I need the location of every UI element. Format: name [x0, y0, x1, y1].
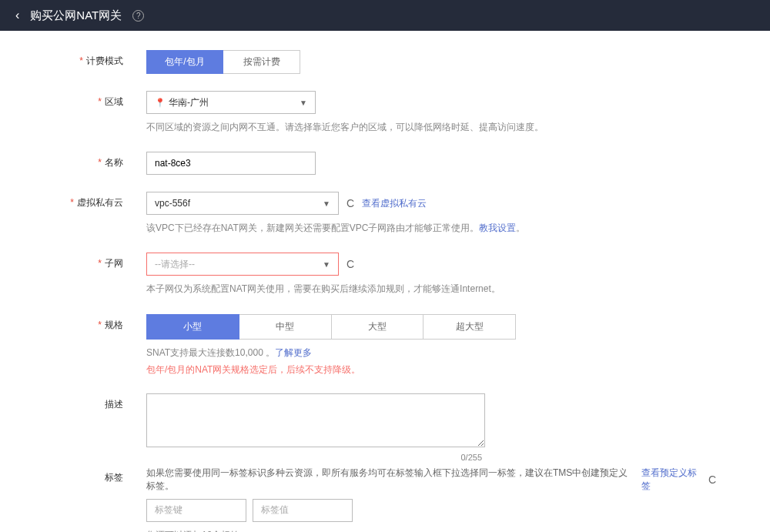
back-icon[interactable]: ‹	[15, 8, 19, 22]
region-hint: 不同区域的资源之间内网不互通。请选择靠近您客户的区域，可以降低网络时延、提高访问…	[146, 120, 716, 135]
subnet-label: *子网	[0, 253, 146, 296]
tag-value-input[interactable]: 标签值	[253, 499, 353, 522]
tags-remaining: 您还可以添加10个标签。	[146, 528, 716, 532]
spec-large[interactable]: 大型	[332, 314, 424, 340]
spec-group: 小型 中型 大型 超大型	[146, 314, 516, 340]
region-select[interactable]: 📍华南-广州 ▼	[146, 91, 316, 114]
name-input[interactable]	[155, 158, 307, 169]
spec-xlarge[interactable]: 超大型	[424, 314, 516, 340]
vpc-select[interactable]: vpc-556f ▼	[146, 192, 339, 215]
spec-medium[interactable]: 中型	[239, 314, 332, 340]
spec-warning: 包年/包月的NAT网关规格选定后，后续不支持降级。	[146, 363, 716, 376]
page-header: ‹ 购买公网NAT网关 ?	[0, 0, 770, 31]
tags-hint: 如果您需要使用同一标签标识多种云资源，即所有服务均可在标签输入框下拉选择同一标签…	[146, 467, 637, 493]
region-label: *区域	[0, 91, 146, 135]
tag-key-input[interactable]: 标签键	[146, 499, 246, 522]
chevron-down-icon: ▼	[323, 260, 330, 269]
billing-option-ondemand[interactable]: 按需计费	[223, 50, 300, 74]
chevron-down-icon: ▼	[300, 99, 307, 107]
chevron-down-icon: ▼	[323, 199, 330, 208]
name-input-wrap	[146, 152, 316, 175]
vpc-teach-link[interactable]: 教我设置	[479, 223, 516, 233]
billing-mode-group: 包年/包月 按需计费	[146, 50, 716, 74]
help-icon[interactable]: ?	[132, 10, 144, 22]
desc-label: 描述	[0, 393, 146, 450]
name-label: *名称	[0, 152, 146, 175]
view-tags-link[interactable]: 查看预定义标签	[641, 467, 704, 493]
subnet-select[interactable]: --请选择-- ▼	[146, 253, 339, 276]
subnet-hint: 本子网仅为系统配置NAT网关使用，需要在购买后继续添加规则，才能够连通Inter…	[146, 282, 716, 296]
billing-label: *计费模式	[0, 50, 146, 74]
page-title: 购买公网NAT网关	[30, 8, 122, 23]
spec-learn-link[interactable]: 了解更多	[275, 347, 312, 358]
refresh-icon[interactable]: C	[346, 197, 354, 209]
view-vpc-link[interactable]: 查看虚拟私有云	[362, 197, 427, 210]
vpc-hint: 该VPC下已经存在NAT网关，新建网关还需要配置VPC子网路由才能够正常使用。教…	[146, 221, 716, 236]
desc-counter: 0/255	[460, 453, 482, 462]
desc-textarea[interactable]	[146, 393, 485, 447]
location-icon: 📍	[155, 98, 166, 107]
billing-option-yearly[interactable]: 包年/包月	[146, 50, 223, 74]
refresh-icon[interactable]: C	[346, 258, 354, 270]
vpc-label: *虚拟私有云	[0, 192, 146, 236]
tags-label: 标签	[0, 467, 146, 532]
spec-small[interactable]: 小型	[146, 314, 239, 340]
spec-label: *规格	[0, 314, 146, 376]
refresh-icon[interactable]: C	[708, 473, 716, 486]
spec-hint: SNAT支持最大连接数10,000 。了解更多	[146, 346, 716, 360]
